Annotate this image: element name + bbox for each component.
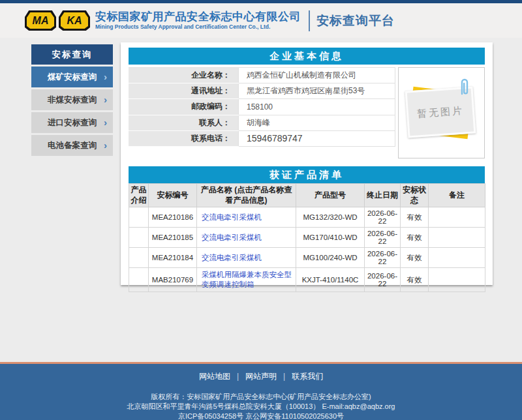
footer-link-statement[interactable]: 网站声明	[245, 372, 277, 381]
table-row: MEA210185 交流电牵引采煤机 MG170/410-WD 2026-06-…	[129, 228, 485, 248]
address-line: 北京朝阳区和平里青年沟路5号煤科总院安科大厦（100013） E-mail:aq…	[0, 402, 522, 412]
product-name-cell: 交流电牵引采煤机	[197, 248, 296, 268]
enterprise-info-table: 企业名称： 鸡西金恒矿山机械制造有限公司 通讯地址： 黑龙江省鸡西市鸡冠区南星街…	[129, 67, 395, 147]
model-cell: MG132/320-WD	[296, 207, 365, 228]
field-label: 企业名称：	[129, 68, 239, 83]
footer-links: 网站地图|网站声明|联系我们	[0, 371, 522, 382]
model-cell: KXJT-410/1140C	[296, 268, 365, 292]
col-cert-no: 安标编号	[149, 184, 197, 207]
remark-cell	[429, 228, 485, 248]
intro-cell	[129, 268, 149, 292]
footer-copyright-block: 版权所有：安标国家矿用产品安全标志中心(矿用产品安全标志办公室) 北京朝阳区和平…	[0, 392, 522, 420]
maka-logo: MA KA	[25, 10, 90, 31]
chevron-right-icon: ›	[104, 135, 107, 156]
header-divider	[309, 10, 310, 31]
platform-title: 安标查询平台	[316, 12, 395, 29]
chevron-right-icon: ›	[104, 67, 107, 87]
product-name-link[interactable]: 交流电牵引采煤机	[202, 213, 262, 221]
product-name-cell: 交流电牵引采煤机	[197, 207, 296, 228]
end-date-cell: 2026-06-22	[365, 268, 401, 292]
paperclip-icon	[459, 78, 470, 95]
table-row: 企业名称： 鸡西金恒矿山机械制造有限公司	[129, 68, 395, 83]
field-label: 联系人：	[129, 115, 239, 130]
icp-line: 京ICP备05034258号 京公网安备11010502025630号	[0, 412, 522, 420]
ka-badge-icon: KA	[59, 10, 90, 31]
no-image-text: 暂无图片	[416, 104, 464, 120]
sidebar-item-coal-query[interactable]: 煤矿安标查询 ›	[31, 67, 113, 87]
address-value: 黑龙江省鸡西市鸡冠区南星街53号	[239, 83, 395, 99]
remark-cell	[429, 207, 485, 228]
sidebar-item-noncoal-query[interactable]: 非煤安标查询 ›	[31, 89, 113, 110]
sidebar-header: 安标查询	[31, 44, 113, 65]
contact-person-value: 胡海峰	[239, 115, 395, 130]
intro-cell	[129, 228, 149, 248]
page-footer: 网站地图|网站声明|联系我们 版权所有：安标国家矿用产品安全标志中心(矿用产品安…	[0, 362, 522, 420]
model-cell: MG170/410-WD	[296, 228, 365, 248]
table-row: MAB210769 采煤机用隔爆兼本质安全型变频调速控制箱 KXJT-410/1…	[129, 268, 485, 292]
table-header-row: 产品介绍 安标编号 产品名称 (点击产品名称查看产品信息) 产品型号 终止日期 …	[129, 184, 485, 207]
sidebar-item-import-query[interactable]: 进口安标查询 ›	[31, 112, 113, 133]
no-image-placeholder: 暂无图片	[398, 67, 485, 158]
end-date-cell: 2026-06-22	[365, 248, 401, 268]
product-name-cell: 采煤机用隔爆兼本质安全型变频调速控制箱	[197, 268, 296, 292]
col-name: 产品名称 (点击产品名称查看产品信息)	[197, 184, 296, 207]
phone-value: 15946789747	[239, 130, 395, 146]
org-name-cn: 安标国家矿用产品安全标志中心有限公司	[95, 10, 301, 23]
field-label: 联系电话：	[129, 130, 239, 146]
enterprise-info-title: 企业基本信息	[129, 48, 485, 65]
page-header: MA KA 安标国家矿用产品安全标志中心有限公司 Mining Products…	[0, 3, 522, 38]
table-row: MEA210184 交流电牵引采煤机 MG100/240-WD 2026-06-…	[129, 248, 485, 268]
status-cell: 有效	[401, 248, 429, 268]
table-row: 联系人： 胡海峰	[129, 115, 395, 130]
remark-cell	[429, 248, 485, 268]
table-row: 联系电话： 15946789747	[129, 130, 395, 146]
cert-no-cell: MEA210186	[149, 207, 197, 228]
footer-link-contact[interactable]: 联系我们	[292, 372, 323, 381]
org-name-en: Mining Products Safety Approval and Cert…	[95, 23, 301, 31]
remark-cell	[429, 268, 485, 292]
cert-no-cell: MEA210185	[149, 228, 197, 248]
end-date-cell: 2026-06-22	[365, 207, 401, 228]
chevron-right-icon: ›	[104, 112, 107, 133]
main-content-panel: 企业基本信息 企业名称： 鸡西金恒矿山机械制造有限公司 通讯地址： 黑龙江省鸡西…	[121, 42, 493, 285]
copyright-line: 版权所有：安标国家矿用产品安全标志中心(矿用产品安全标志办公室)	[0, 392, 522, 402]
status-cell: 有效	[401, 268, 429, 292]
sidebar-nav: 安标查询 煤矿安标查询 › 非煤安标查询 › 进口安标查询 › 电池备案查询 ›	[31, 44, 113, 156]
field-label: 邮政编码：	[129, 99, 239, 115]
org-title-block: 安标国家矿用产品安全标志中心有限公司 Mining Products Safet…	[95, 10, 301, 31]
footer-link-sitemap[interactable]: 网站地图	[199, 372, 230, 381]
cert-no-cell: MAB210769	[149, 268, 197, 292]
model-cell: MG100/240-WD	[296, 248, 365, 268]
ma-badge-icon: MA	[25, 10, 56, 31]
table-row: 邮政编码： 158100	[129, 99, 395, 115]
product-name-link[interactable]: 采煤机用隔爆兼本质安全型变频调速控制箱	[202, 271, 292, 288]
table-row: MEA210186 交流电牵引采煤机 MG132/320-WD 2026-06-…	[129, 207, 485, 228]
field-label: 通讯地址：	[129, 83, 239, 99]
sidebar-item-battery-query[interactable]: 电池备案查询 ›	[31, 135, 113, 156]
table-row: 通讯地址： 黑龙江省鸡西市鸡冠区南星街53号	[129, 83, 395, 99]
col-remark: 备注	[429, 184, 485, 207]
intro-cell	[129, 207, 149, 228]
intro-cell	[129, 248, 149, 268]
end-date-cell: 2026-06-22	[365, 228, 401, 248]
product-name-link[interactable]: 交流电牵引采煤机	[202, 233, 262, 241]
chevron-right-icon: ›	[104, 89, 107, 110]
company-name-value: 鸡西金恒矿山机械制造有限公司	[239, 68, 395, 83]
col-status: 安标状态	[401, 184, 429, 207]
col-end-date: 终止日期	[365, 184, 401, 207]
product-list-table: 产品介绍 安标编号 产品名称 (点击产品名称查看产品信息) 产品型号 终止日期 …	[129, 183, 485, 292]
cert-no-cell: MEA210184	[149, 248, 197, 268]
status-cell: 有效	[401, 207, 429, 228]
postcode-value: 158100	[239, 99, 395, 115]
col-model: 产品型号	[296, 184, 365, 207]
product-name-cell: 交流电牵引采煤机	[197, 228, 296, 248]
col-intro: 产品介绍	[129, 184, 149, 207]
status-cell: 有效	[401, 228, 429, 248]
product-name-link[interactable]: 交流电牵引采煤机	[202, 254, 262, 262]
certified-products-section: 获证产品清单 产品介绍 安标编号 产品名称 (点击产品名称查看产品信息) 产品型…	[129, 166, 485, 292]
product-list-title: 获证产品清单	[129, 166, 485, 183]
